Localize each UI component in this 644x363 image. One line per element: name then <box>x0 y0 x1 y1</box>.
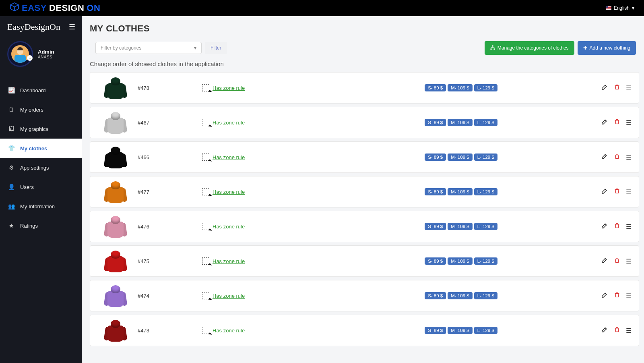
shirt-icon: 👕 <box>8 145 14 151</box>
price-m: M- 109 $ <box>448 84 472 91</box>
avatar: ⌄ <box>7 41 33 67</box>
users-icon: 👥 <box>8 203 14 210</box>
filter-placeholder: Filter by categories <box>101 45 141 51</box>
price-badges: S- 89 $M- 109 $L- 129 $ <box>347 292 575 299</box>
delete-icon[interactable] <box>614 222 620 230</box>
clothes-thumbnail <box>93 214 138 239</box>
svg-rect-3 <box>493 48 495 50</box>
edit-icon[interactable] <box>601 257 608 266</box>
sidebar-item-users[interactable]: 👤Users <box>0 177 82 197</box>
price-badges: S- 89 $M- 109 $L- 129 $ <box>347 257 575 265</box>
sidebar-item-my-graphics[interactable]: 🖼My graphics <box>0 119 82 139</box>
drag-handle-icon[interactable]: ☰ <box>626 188 632 196</box>
edit-icon[interactable] <box>601 326 608 335</box>
zone-rule-link[interactable]: Has zone rule <box>213 224 245 230</box>
price-s: S- 89 $ <box>425 327 446 334</box>
price-badges: S- 89 $M- 109 $L- 129 $ <box>347 327 575 334</box>
zone-select-icon <box>202 153 209 161</box>
plus-icon: ✚ <box>583 45 587 51</box>
sidebar: EasyDesignOn ☰ ⌄ Admin ANASS 📈Dashboard🗒… <box>0 16 82 363</box>
profile-sub: ANASS <box>38 55 54 59</box>
delete-icon[interactable] <box>614 326 620 334</box>
chevron-down-icon: ⌄ <box>27 55 33 61</box>
delete-icon[interactable] <box>614 84 620 92</box>
sidebar-item-label: Ratings <box>20 223 38 229</box>
price-m: M- 109 $ <box>448 188 472 195</box>
price-s: S- 89 $ <box>425 119 446 126</box>
drag-handle-icon[interactable]: ☰ <box>626 119 632 127</box>
price-m: M- 109 $ <box>448 153 472 161</box>
zone-rule-link[interactable]: Has zone rule <box>213 258 245 264</box>
price-s: S- 89 $ <box>425 223 446 230</box>
edit-icon[interactable] <box>601 222 608 231</box>
sidebar-item-my-information[interactable]: 👥My Information <box>0 197 82 216</box>
sidebar-toggle-icon[interactable]: ☰ <box>69 23 75 31</box>
zone-rule-link[interactable]: Has zone rule <box>213 189 245 195</box>
profile-name: Admin <box>38 49 54 55</box>
profile-block[interactable]: ⌄ Admin ANASS <box>0 35 82 77</box>
drag-handle-icon[interactable]: ☰ <box>626 257 632 265</box>
edit-icon[interactable] <box>601 187 608 196</box>
category-filter-select[interactable]: Filter by categories ▾ <box>95 42 202 54</box>
zone-rule: Has zone rule <box>202 84 347 91</box>
sidebar-item-label: App settings <box>20 165 49 171</box>
zone-select-icon <box>202 119 209 126</box>
clothes-id: #477 <box>138 189 202 195</box>
drag-handle-icon[interactable]: ☰ <box>626 84 632 92</box>
zone-rule-link[interactable]: Has zone rule <box>213 293 245 299</box>
filter-button[interactable]: Filter <box>205 42 227 54</box>
price-badges: S- 89 $M- 109 $L- 129 $ <box>347 84 575 91</box>
zone-select-icon <box>202 257 209 265</box>
drag-handle-icon[interactable]: ☰ <box>626 327 632 334</box>
clothes-thumbnail <box>93 145 138 169</box>
main-content: MY CLOTHES Filter by categories ▾ Filter… <box>82 16 644 363</box>
sidebar-item-my-orders[interactable]: 🗒My orders <box>0 100 82 119</box>
sitemap-icon <box>490 45 495 51</box>
delete-icon[interactable] <box>614 292 620 300</box>
delete-icon[interactable] <box>614 188 620 196</box>
price-l: L- 129 $ <box>474 257 497 265</box>
zone-rule-link[interactable]: Has zone rule <box>213 85 245 91</box>
language-selector[interactable]: English ▾ <box>606 5 634 11</box>
sidebar-item-label: My Information <box>20 203 55 210</box>
clothes-id: #476 <box>138 224 202 230</box>
sidebar-item-dashboard[interactable]: 📈Dashboard <box>0 81 82 100</box>
clothes-id: #478 <box>138 85 202 91</box>
edit-icon[interactable] <box>601 291 608 300</box>
logo-word-3: ON <box>87 3 100 13</box>
clipboard-icon: 🗒 <box>8 106 14 113</box>
edit-icon[interactable] <box>601 118 608 127</box>
clothes-id: #474 <box>138 293 202 299</box>
sidebar-nav: 📈Dashboard🗒My orders🖼My graphics👕My clot… <box>0 81 82 235</box>
top-logo: EASYDESIGNON <box>10 2 100 14</box>
delete-icon[interactable] <box>614 153 620 161</box>
sidebar-item-my-clothes[interactable]: 👕My clothes <box>0 139 82 158</box>
edit-icon[interactable] <box>601 83 608 92</box>
zone-rule: Has zone rule <box>202 327 347 334</box>
delete-icon[interactable] <box>614 118 620 127</box>
drag-handle-icon[interactable]: ☰ <box>626 292 632 300</box>
chart-line-icon: 📈 <box>8 87 14 93</box>
chevron-down-icon: ▾ <box>194 45 196 51</box>
sidebar-item-ratings[interactable]: ★Ratings <box>0 216 82 235</box>
zone-rule: Has zone rule <box>202 119 347 126</box>
sidebar-item-app-settings[interactable]: ⚙App settings <box>0 158 82 177</box>
clothes-row: #478Has zone ruleS- 89 $M- 109 $L- 129 $… <box>90 72 639 104</box>
subtitle: Change order of showed clothes in the ap… <box>82 60 644 72</box>
clothes-thumbnail <box>93 180 138 204</box>
price-badges: S- 89 $M- 109 $L- 129 $ <box>347 153 575 161</box>
add-clothing-button[interactable]: ✚ Add a new clothing <box>578 41 636 55</box>
zone-rule-link[interactable]: Has zone rule <box>213 328 245 334</box>
sidebar-item-label: My clothes <box>20 145 47 151</box>
edit-icon[interactable] <box>601 153 608 162</box>
manage-categories-button[interactable]: Manage the categories of clothes <box>485 41 574 55</box>
svg-rect-2 <box>490 48 491 50</box>
delete-icon[interactable] <box>614 257 620 265</box>
zone-rule-link[interactable]: Has zone rule <box>213 154 245 160</box>
clothes-list: #478Has zone ruleS- 89 $M- 109 $L- 129 $… <box>82 72 644 361</box>
drag-handle-icon[interactable]: ☰ <box>626 223 632 230</box>
drag-handle-icon[interactable]: ☰ <box>626 153 632 161</box>
zone-rule-link[interactable]: Has zone rule <box>213 120 245 126</box>
cube-icon <box>10 2 19 14</box>
clothes-row: #466Has zone ruleS- 89 $M- 109 $L- 129 $… <box>90 141 639 173</box>
